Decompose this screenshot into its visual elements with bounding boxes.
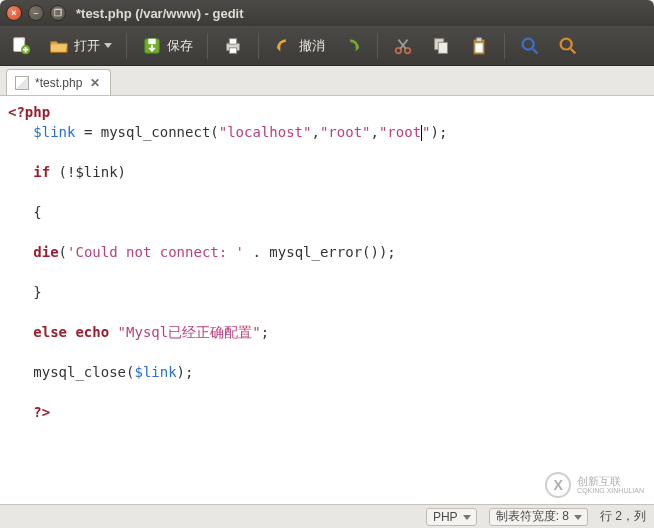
language-select[interactable]: PHP [426,508,477,526]
find-replace-button[interactable] [553,31,583,61]
undo-button[interactable]: 撤消 [269,31,329,61]
redo-button[interactable] [337,31,367,61]
redo-icon [341,35,363,57]
new-file-icon [10,35,32,57]
toolbar-separator [207,33,208,59]
toolbar-separator [504,33,505,59]
svg-rect-16 [475,43,482,52]
window-title: *test.php (/var/www) - gedit [76,6,648,21]
open-file-button[interactable]: 打开 [44,31,116,61]
svg-rect-13 [438,42,447,53]
code-line [8,342,646,362]
code-line [8,382,646,402]
code-line [8,142,646,162]
tabwidth-label: 制表符宽度: 8 [496,508,569,525]
maximize-window-button[interactable]: ❐ [50,5,66,21]
cut-button[interactable] [388,31,418,61]
copy-button[interactable] [426,31,456,61]
print-icon [222,35,244,57]
toolbar-separator [258,33,259,59]
svg-rect-15 [476,37,482,41]
find-icon [519,35,541,57]
close-window-button[interactable]: × [6,5,22,21]
find-replace-icon [557,35,579,57]
svg-point-17 [523,38,534,49]
paste-button[interactable] [464,31,494,61]
watermark-sub: CQKING XINHULIAN [577,487,644,495]
window-controls: × – ❐ [6,5,66,21]
code-line: die('Could not connect: ' . mysql_error(… [8,242,646,262]
document-tab-label: *test.php [35,76,82,90]
code-line: if (!$link) [8,162,646,182]
code-line [8,222,646,242]
code-line [8,182,646,202]
code-line: { [8,202,646,222]
svg-rect-7 [229,47,236,53]
toolbar-separator [377,33,378,59]
new-file-button[interactable] [6,31,36,61]
copy-icon [430,35,452,57]
language-label: PHP [433,510,458,524]
watermark-logo: X [545,472,571,498]
undo-icon [273,35,295,57]
toolbar-separator [126,33,127,59]
window-titlebar: × – ❐ *test.php (/var/www) - gedit [0,0,654,26]
open-file-label: 打开 [74,37,100,55]
svg-rect-4 [148,38,155,44]
cursor-position: 行 2，列 [600,508,646,525]
paste-icon [468,35,490,57]
minimize-window-button[interactable]: – [28,5,44,21]
code-line: $link = mysql_connect("localhost","root"… [8,122,646,142]
code-line: mysql_close($link); [8,362,646,382]
code-line: } [8,282,646,302]
watermark: X 创新互联 CQKING XINHULIAN [545,472,644,498]
statusbar: PHP 制表符宽度: 8 行 2，列 [0,504,654,528]
find-button[interactable] [515,31,545,61]
open-file-icon [48,35,70,57]
save-button[interactable]: 保存 [137,31,197,61]
svg-rect-6 [229,38,236,44]
watermark-main: 创新互联 [577,475,644,487]
tabwidth-select[interactable]: 制表符宽度: 8 [489,508,588,526]
undo-label: 撤消 [299,37,325,55]
code-line: ?> [8,402,646,422]
document-icon [15,76,29,90]
cut-icon [392,35,414,57]
code-line: <?php [8,102,646,122]
main-toolbar: 打开 保存 撤消 [0,26,654,66]
code-editor[interactable]: <?php $link = mysql_connect("localhost",… [0,96,654,514]
code-line [8,262,646,282]
close-tab-button[interactable]: ✕ [88,76,102,90]
code-line: else echo "Mysql已经正确配置"; [8,322,646,342]
document-tab[interactable]: *test.php ✕ [6,69,111,95]
save-icon [141,35,163,57]
save-label: 保存 [167,37,193,55]
svg-point-18 [561,38,572,49]
open-dropdown-caret[interactable] [104,43,112,48]
document-tabbar: *test.php ✕ [0,66,654,96]
code-line [8,302,646,322]
print-button[interactable] [218,31,248,61]
